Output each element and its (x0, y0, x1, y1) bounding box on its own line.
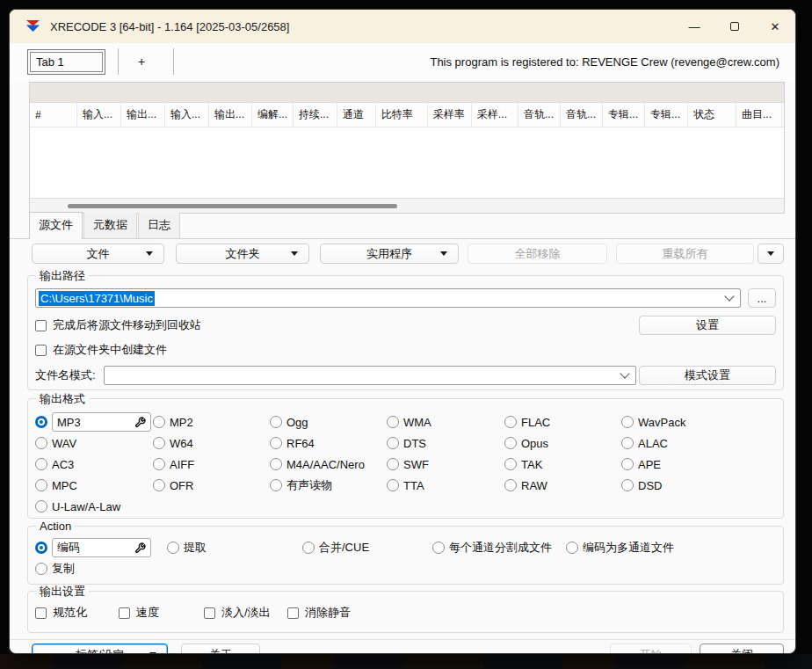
start-button[interactable]: 开始 (610, 644, 692, 655)
column-header[interactable]: 通道 (337, 103, 376, 127)
format-radio-wav[interactable]: WAV (35, 433, 153, 453)
column-header[interactable]: 专辑... (603, 103, 645, 127)
format-radio-ac3[interactable]: AC3 (35, 454, 153, 474)
format-radio-tak[interactable]: TAK (504, 454, 621, 474)
encode-config-box[interactable]: 编码 (52, 538, 151, 557)
radio-icon (35, 542, 47, 554)
column-header[interactable]: 编解... (252, 103, 294, 127)
tab-log[interactable]: 日志 (138, 212, 180, 238)
column-header[interactable]: 采样... (472, 103, 518, 127)
format-radio-ape[interactable]: APE (621, 454, 776, 474)
action-label: 编码为多通道文件 (583, 540, 674, 556)
horizontal-scrollbar[interactable] (30, 198, 784, 213)
format-radio-mp3[interactable]: MP3 (35, 412, 153, 432)
minimize-button[interactable]: — (674, 10, 714, 43)
format-radio-audiobook[interactable]: 有声读物 (270, 476, 387, 495)
tab-source-files[interactable]: 源文件 (29, 212, 83, 239)
settings-button[interactable]: 设置 (639, 316, 776, 335)
column-header[interactable]: 持续... (294, 103, 337, 127)
about-button[interactable]: 关于 (181, 644, 260, 655)
title-bar[interactable]: XRECODE 3 [64-bit] - 1.164 [2025-03-05/2… (10, 10, 795, 43)
format-radio-dsd[interactable]: DSD (621, 476, 776, 495)
checkbox-normalize[interactable]: 规范化 (35, 605, 119, 621)
format-radio-wavpack[interactable]: WavPack (621, 412, 776, 432)
action-label: 编码 (57, 540, 80, 556)
format-radio-ofr[interactable]: OFR (153, 476, 270, 495)
column-header[interactable]: 输入... (165, 103, 209, 127)
action-radio-copy[interactable]: 复制 (35, 559, 776, 578)
format-radio-opus[interactable]: Opus (504, 433, 621, 453)
checkbox-fade-in-out[interactable]: 淡入/淡出 (204, 605, 287, 621)
format-label: U-Law/A-Law (52, 500, 120, 513)
column-header[interactable]: 音轨... (518, 103, 561, 127)
column-header[interactable]: 曲目... (736, 103, 782, 127)
mp3-config-box[interactable]: MP3 (52, 412, 151, 432)
action-radio-merge-cue[interactable]: 合并/CUE (302, 538, 432, 557)
file-dropdown-button[interactable]: 文件 (32, 244, 164, 264)
format-radio-swf[interactable]: SWF (387, 454, 504, 474)
tags-settings-button[interactable]: 标签/设定 (32, 644, 168, 655)
file-list-table: # 输入... 输出... 输入... 输出... 编解... 持续... 通道… (29, 82, 785, 214)
folder-dropdown-button[interactable]: 文件夹 (176, 244, 309, 264)
format-label: WavPack (638, 416, 685, 429)
maximize-button[interactable] (714, 10, 755, 43)
table-body-empty[interactable] (30, 127, 784, 198)
format-radio-mp2[interactable]: MP2 (153, 412, 270, 432)
action-radio-split-per-channel[interactable]: 每个通道分割成文件 (432, 538, 566, 557)
create-in-source-checkbox[interactable]: 在源文件夹中创建文件 (35, 342, 167, 358)
registration-text: This program is registered to: REVENGE C… (430, 55, 779, 69)
column-header[interactable]: 采样率 (428, 103, 472, 127)
reload-all-button[interactable]: 重载所有 (616, 244, 754, 264)
action-radio-extract[interactable]: 提取 (167, 538, 302, 557)
format-radio-aiff[interactable]: AIFF (153, 454, 270, 474)
filename-pattern-combobox[interactable] (104, 366, 636, 385)
action-radio-encode[interactable]: 编码 (35, 538, 167, 557)
radio-icon (167, 542, 179, 554)
output-path-combobox[interactable]: C:\Users\17371\Music (35, 288, 741, 308)
column-header[interactable]: 专辑... (645, 103, 688, 127)
browse-button[interactable]: ... (748, 288, 776, 308)
wrench-icon[interactable] (134, 542, 146, 554)
radio-icon (504, 479, 517, 491)
format-radio-raw[interactable]: RAW (504, 476, 621, 495)
action-label: 提取 (184, 540, 207, 556)
more-options-button[interactable] (758, 244, 784, 264)
format-radio-rf64[interactable]: RF64 (270, 433, 387, 453)
scrollbar-thumb[interactable] (68, 204, 397, 208)
column-header[interactable]: # (30, 103, 77, 127)
format-radio-alac[interactable]: ALAC (621, 433, 776, 453)
checkbox-speed[interactable]: 速度 (119, 605, 204, 621)
format-radio-mpc[interactable]: MPC (35, 476, 153, 495)
column-header[interactable]: 输出... (121, 103, 165, 127)
wrench-icon[interactable] (134, 417, 146, 428)
format-radio-tta[interactable]: TTA (387, 476, 504, 495)
tab-separator (173, 48, 174, 75)
column-header[interactable]: 音轨... (561, 103, 603, 127)
column-header[interactable]: 比特率 (376, 103, 428, 127)
move-to-recycle-checkbox[interactable]: 完成后将源文件移动到回收站 (35, 317, 201, 333)
remove-all-button[interactable]: 全部移除 (468, 244, 607, 264)
format-label: M4A/AAC/Nero (286, 458, 365, 471)
tab-1[interactable]: Tab 1 (27, 49, 105, 75)
column-header[interactable]: 输入... (77, 103, 121, 127)
format-radio-w64[interactable]: W64 (153, 433, 270, 453)
format-radio-flac[interactable]: FLAC (504, 412, 621, 432)
format-radio-dts[interactable]: DTS (387, 433, 504, 453)
close-button[interactable]: ✕ (755, 10, 795, 43)
utilities-dropdown-button[interactable]: 实用程序 (320, 244, 459, 264)
format-radio-m4a-aac-nero[interactable]: M4A/AAC/Nero (270, 454, 387, 474)
format-radio-ogg[interactable]: Ogg (270, 412, 387, 432)
action-radio-encode-multichannel[interactable]: 编码为多通道文件 (566, 538, 674, 557)
radio-icon (270, 437, 282, 449)
tab-metadata[interactable]: 元数据 (83, 212, 137, 238)
pattern-settings-button[interactable]: 模式设置 (639, 366, 776, 385)
checkbox-remove-silence[interactable]: 消除静音 (287, 605, 351, 621)
column-header[interactable]: 状态 (688, 103, 736, 127)
close-dialog-button[interactable]: 关闭 (700, 644, 784, 655)
radio-icon (35, 479, 47, 491)
format-radio-wma[interactable]: WMA (387, 412, 504, 432)
add-tab-button[interactable]: + (120, 55, 163, 69)
column-header[interactable]: 输出... (209, 103, 252, 127)
format-radio-u-law-a-law[interactable]: U-Law/A-Law (35, 497, 153, 516)
radio-icon (153, 458, 165, 470)
